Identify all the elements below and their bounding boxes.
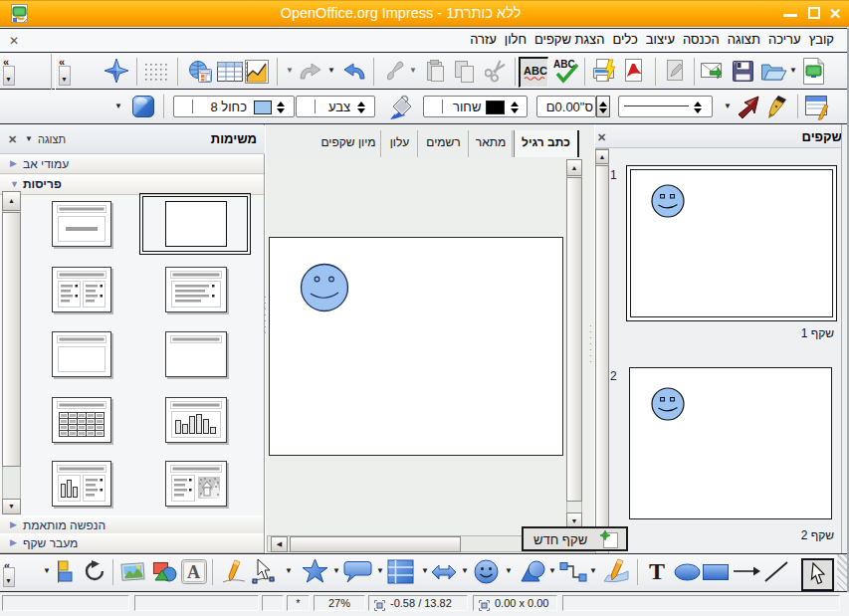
svg-text:ABC: ABC	[553, 59, 575, 70]
svg-text:ABC: ABC	[524, 65, 547, 77]
svg-text:A: A	[187, 562, 200, 582]
